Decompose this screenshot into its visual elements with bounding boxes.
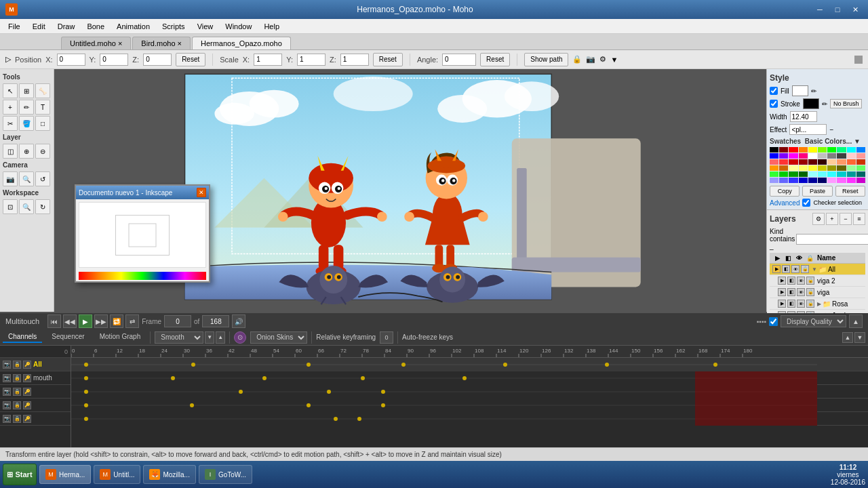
menu-file[interactable]: File (3, 21, 26, 32)
layer-rosa[interactable]: ▶ ◧ 👁 🔒 ▶ 📁 Rosa (770, 298, 865, 310)
taskbar-item-inkscape[interactable]: I GoToW... (199, 465, 252, 484)
tl-extra-track-1[interactable] (71, 385, 868, 399)
ws-tool-3[interactable]: ↻ (35, 199, 50, 214)
stroke-color-swatch[interactable] (803, 98, 819, 109)
taskbar-item-untitled[interactable]: M Untitl... (94, 465, 140, 484)
layers-remove-icon[interactable]: − (840, 213, 852, 225)
color-swatch-cell[interactable] (827, 159, 836, 165)
layer-tool-2[interactable]: ⊕ (19, 144, 34, 159)
reset-scale-button[interactable]: Reset (373, 53, 403, 66)
tl-extra2-icon1[interactable]: 📷 (3, 401, 11, 409)
advanced-label[interactable]: Advanced (770, 199, 800, 207)
close-button[interactable]: ✕ (848, 3, 863, 16)
color-swatch-cell[interactable] (818, 153, 827, 159)
layer-viga-lock-icon[interactable]: 🔒 (806, 288, 814, 296)
color-swatch-cell[interactable] (856, 147, 865, 152)
color-swatch-cell[interactable] (799, 171, 808, 177)
tab-hermanos[interactable]: Hermanos_Opazo.moho (192, 37, 291, 49)
taskbar-item-mozilla[interactable]: 🦊 Mozilla... (143, 465, 195, 484)
bounce-button[interactable]: ⇄ (125, 314, 139, 328)
prev-frame-button[interactable]: ◀◀ (63, 314, 77, 328)
tool-add[interactable]: + (3, 100, 18, 115)
tl-extra3-icon3[interactable]: 🔑 (23, 415, 31, 423)
smooth-select[interactable]: Smooth Linear Ease In Ease Out (155, 331, 203, 344)
color-swatch-cell[interactable] (779, 153, 788, 159)
color-swatch-cell[interactable] (779, 165, 788, 171)
color-swatch-cell[interactable] (808, 165, 817, 171)
rel-key-input[interactable] (380, 331, 393, 344)
layers-more-icon[interactable]: ≡ (853, 213, 865, 225)
tl-extra2-icon2[interactable]: 🔒 (13, 401, 21, 409)
color-swatch-cell[interactable] (779, 147, 788, 152)
tab-bird[interactable]: Bird.moho × (132, 37, 191, 49)
layer-rosa-video-icon[interactable]: ▶ (778, 300, 786, 308)
tl-collapse-button[interactable]: ▲ (842, 332, 853, 343)
color-swatch-cell[interactable] (770, 153, 778, 159)
tl-extra-track-3[interactable] (71, 412, 868, 426)
color-swatch-cell[interactable] (808, 147, 817, 152)
menu-edit[interactable]: Edit (27, 21, 51, 32)
effect-input[interactable] (789, 124, 827, 135)
color-swatch-cell[interactable] (799, 178, 808, 183)
camera-tool-2[interactable]: 🔍 (19, 171, 34, 186)
position-y[interactable] (100, 54, 128, 66)
color-swatch-cell[interactable] (789, 178, 797, 183)
tl-extra3-icon2[interactable]: 🔒 (13, 415, 21, 423)
play-button[interactable]: ▶ (79, 314, 92, 328)
color-swatch-cell[interactable] (827, 165, 836, 171)
tool-bone[interactable]: 🦴 (35, 83, 50, 98)
color-swatch-cell[interactable] (770, 159, 778, 165)
color-swatch-cell[interactable] (827, 147, 836, 152)
tl-tracks[interactable]: 0612182430364248546066727884909610210811… (71, 346, 868, 447)
inkscape-titlebar[interactable]: Documento nuevo 1 - Inkscape ✕ (76, 186, 209, 199)
tl-mouth-track[interactable] (71, 371, 868, 385)
ws-tool-2[interactable]: 🔍 (19, 199, 34, 214)
fill-edit-icon[interactable]: ✏ (811, 87, 816, 95)
color-swatch-cell[interactable] (799, 147, 808, 152)
next-frame-button[interactable]: ▶▶ (94, 314, 108, 328)
goto-start-button[interactable]: ⏮ (47, 314, 61, 328)
color-swatch-cell[interactable] (789, 171, 797, 177)
scale-z[interactable] (340, 54, 369, 66)
tool-transform[interactable]: ⊞ (19, 83, 34, 98)
color-swatch-cell[interactable] (856, 153, 865, 159)
no-brush-button[interactable]: No Brush (830, 99, 863, 108)
camera-tool-3[interactable]: ↺ (35, 171, 50, 186)
motion-graph-tab[interactable]: Motion Graph (94, 331, 146, 343)
color-swatch-cell[interactable] (779, 171, 788, 177)
color-swatch-cell[interactable] (779, 159, 788, 165)
layer-all[interactable]: ▶ ◧ 👁 🔒 ▼ 📁 All (770, 264, 865, 275)
tab-untitled[interactable]: Untitled.moho × (61, 37, 131, 49)
tool-pen[interactable]: ✏ (19, 100, 34, 115)
color-swatch-cell[interactable] (799, 159, 808, 165)
color-swatch-cell[interactable] (837, 153, 846, 159)
loop-button[interactable]: 🔁 (110, 314, 123, 328)
menu-draw[interactable]: Draw (52, 21, 81, 32)
reset-style-button[interactable]: Reset (835, 186, 865, 197)
color-swatch-cell[interactable] (789, 153, 797, 159)
layer-viga-video-icon[interactable]: ▶ (778, 288, 786, 296)
color-swatch-cell[interactable] (808, 159, 817, 165)
tl-mouth-icon2[interactable]: 🔒 (13, 374, 21, 382)
width-input[interactable] (790, 111, 817, 122)
color-swatch-cell[interactable] (789, 159, 797, 165)
color-swatch-cell[interactable] (779, 178, 788, 183)
color-swatch-cell[interactable] (799, 165, 808, 171)
layer-viga-eye-icon[interactable]: 👁 (797, 288, 805, 296)
menu-animation[interactable]: Animation (111, 21, 155, 32)
color-swatch-cell[interactable] (827, 171, 836, 177)
tool-fill[interactable]: 🪣 (19, 116, 34, 131)
reset-angle-button[interactable]: Reset (480, 53, 510, 66)
menu-view[interactable]: View (192, 21, 219, 32)
color-swatch-cell[interactable] (847, 159, 856, 165)
layers-settings-icon[interactable]: ⚙ (812, 213, 825, 225)
canvas-container[interactable]: Documento nuevo 1 - Inkscape ✕ (54, 69, 766, 312)
tool-delete[interactable]: ✂ (3, 116, 18, 131)
tl-all-key-icon[interactable]: 🔑 (23, 361, 31, 369)
color-swatch-cell[interactable] (808, 171, 817, 177)
smooth-up-button[interactable]: ▲ (216, 331, 225, 344)
color-swatch-cell[interactable] (856, 171, 865, 177)
layer-all-lock-icon[interactable]: 🔒 (801, 265, 809, 273)
position-x[interactable] (57, 54, 85, 66)
color-swatch-cell[interactable] (789, 165, 797, 171)
